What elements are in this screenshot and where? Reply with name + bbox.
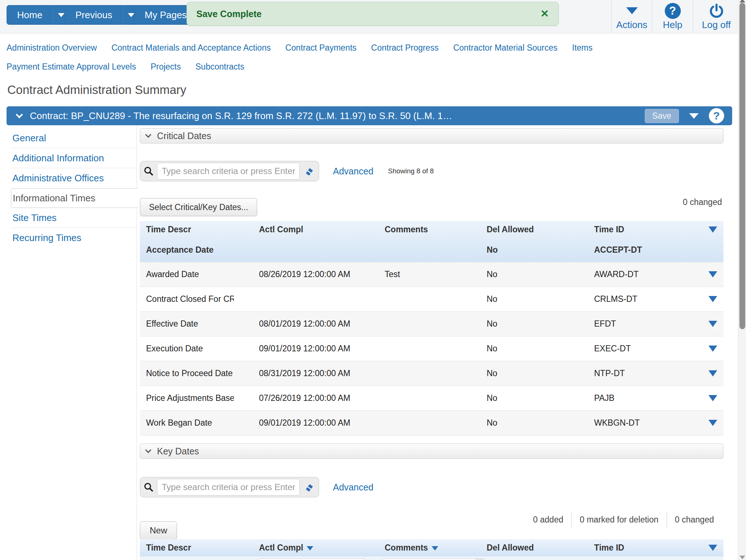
cell-time-id: EFDT <box>588 319 700 329</box>
sidebar-item-informational-times-selected[interactable]: Informational Times <box>11 188 138 208</box>
cell-actl-compl: 07/26/2019 12:00:00 AM <box>253 393 378 403</box>
eraser-icon[interactable] <box>300 166 319 176</box>
chevron-down-icon <box>145 132 152 138</box>
row-actions-icon[interactable] <box>708 271 717 277</box>
table-actions-icon[interactable] <box>708 226 717 233</box>
cell-actl-compl: 08/26/2019 12:00:00 AM <box>253 269 378 279</box>
actions-label: Actions <box>616 19 647 31</box>
col-comments[interactable]: Comments <box>378 543 480 553</box>
previous-button-group: Previous <box>65 5 140 25</box>
nav-link-contract-materials[interactable]: Contract Materials and Acceptance Action… <box>111 43 271 53</box>
col-time-id[interactable]: Time ID <box>588 543 700 553</box>
comments-textarea[interactable]: This contract <box>382 559 486 560</box>
table-row[interactable]: Notice to Proceed Date 08/31/2019 12:00:… <box>140 361 723 386</box>
help-icon: ? <box>665 3 681 19</box>
help-button[interactable]: ? Help <box>652 0 693 33</box>
cell-actl-compl: 08/01/2019 12:00:00 AM <box>253 319 378 329</box>
table-row-editing[interactable]: Contract Materials Rcvd This <box>140 556 723 560</box>
row-actions-icon[interactable] <box>708 296 717 302</box>
nav-link-contract-payments[interactable]: Contract Payments <box>285 43 357 53</box>
close-icon[interactable]: ✕ <box>541 9 549 19</box>
showing-count: Showing 8 of 8 <box>388 167 434 175</box>
cell-time-id: PAJB <box>588 393 700 403</box>
row-actions-icon[interactable] <box>708 395 717 401</box>
col-time-descr[interactable]: Time Descr <box>140 225 253 234</box>
chevron-down-icon <box>626 7 638 14</box>
table-row[interactable]: Contract Closed For CRLMS No CRLMS-DT <box>140 287 723 312</box>
cell-time-descr: Price Adjustments Base Date <box>140 393 234 403</box>
eraser-icon[interactable] <box>300 482 319 492</box>
chevron-down-icon <box>16 111 23 118</box>
search-box <box>140 477 319 497</box>
search-input[interactable] <box>157 163 300 180</box>
key-dates-title: Key Dates <box>157 446 199 457</box>
date-field <box>256 559 366 560</box>
col-time-id[interactable]: Time ID <box>588 225 700 234</box>
select-critical-key-dates-button[interactable]: Select Critical/Key Dates... <box>140 198 257 216</box>
added-count: 0 added <box>525 512 571 528</box>
save-button[interactable]: Save <box>645 109 679 123</box>
sidebar-item-general[interactable]: General <box>11 128 137 148</box>
sort-icon <box>307 546 313 551</box>
row-actions-icon[interactable] <box>708 370 717 376</box>
help-icon[interactable]: ? <box>709 108 724 123</box>
scroll-up-icon[interactable] <box>739 0 745 3</box>
table-header-row: Time Descr Actl Compl Comments Del Allow… <box>140 221 723 238</box>
actions-menu-button[interactable]: Actions <box>611 0 652 33</box>
table-row[interactable]: Effective Date 08/01/2019 12:00:00 AM No… <box>140 312 723 336</box>
col-actl-compl[interactable]: Actl Compl <box>253 225 378 234</box>
cell-time-descr: Contract Materials Rcvd <box>140 556 234 560</box>
scrollbar-thumb[interactable] <box>739 3 745 329</box>
previous-button[interactable]: Previous <box>65 5 123 25</box>
nav-row-1: Administration Overview Contract Materia… <box>7 43 593 53</box>
cell-time-id: NTP-DT <box>588 368 700 378</box>
table-row-selected[interactable]: Acceptance Date No ACCEPT-DT <box>140 238 723 262</box>
sidebar-item-administrative-offices[interactable]: Administrative Offices <box>11 168 137 188</box>
col-actl-compl[interactable]: Actl Compl <box>253 543 378 553</box>
col-del-allowed[interactable]: Del Allowed <box>480 543 588 553</box>
advanced-search-link[interactable]: Advanced <box>333 482 373 493</box>
search-input[interactable] <box>157 479 300 496</box>
nav-row-2: Payment Estimate Approval Levels Project… <box>7 62 244 72</box>
cell-comments: Test <box>378 269 480 279</box>
col-comments[interactable]: Comments <box>378 225 480 234</box>
vertical-scrollbar[interactable] <box>738 0 746 560</box>
row-actions-icon[interactable] <box>708 420 717 426</box>
contract-header-bar[interactable]: Contract: BP_CNU289 - The resurfacing on… <box>7 106 732 125</box>
nav-link-contract-progress[interactable]: Contract Progress <box>371 43 439 53</box>
nav-link-subcontracts[interactable]: Subcontracts <box>196 62 244 72</box>
advanced-search-link[interactable]: Advanced <box>333 166 373 177</box>
table-row[interactable]: Work Began Date 09/01/2019 12:00:00 AM N… <box>140 411 723 435</box>
home-button[interactable]: Home <box>7 5 53 25</box>
table-header-row: Time Descr Actl Compl Comments Del Allow… <box>140 539 723 556</box>
logoff-button[interactable]: Log off <box>693 0 739 33</box>
key-dates-section-header[interactable]: Key Dates <box>140 443 723 459</box>
critical-dates-section-header[interactable]: Critical Dates <box>140 128 723 143</box>
col-del-allowed[interactable]: Del Allowed <box>480 225 588 234</box>
scroll-down-icon[interactable] <box>739 556 745 559</box>
nav-link-payment-estimate-approval-levels[interactable]: Payment Estimate Approval Levels <box>7 62 136 72</box>
sidebar-item-additional-information[interactable]: Additional Information <box>11 148 137 168</box>
search-icon <box>140 166 157 177</box>
table-row[interactable]: Execution Date 09/01/2019 12:00:00 AM No… <box>140 336 723 361</box>
nav-link-projects[interactable]: Projects <box>150 62 181 72</box>
sidebar-item-site-times[interactable]: Site Times <box>11 208 137 228</box>
row-actions-icon[interactable] <box>708 321 717 327</box>
nav-link-administration-overview[interactable]: Administration Overview <box>7 43 97 53</box>
table-row[interactable]: Awarded Date 08/26/2019 12:00:00 AM Test… <box>140 262 723 287</box>
nav-link-items[interactable]: Items <box>572 43 593 53</box>
table-header-block: Time Descr Actl Compl Comments Del Allow… <box>140 221 723 262</box>
cell-time-descr: Acceptance Date <box>140 245 234 255</box>
critical-dates-search-row: Advanced Showing 8 of 8 <box>140 161 434 181</box>
sidebar-item-recurring-times[interactable]: Recurring Times <box>11 228 137 248</box>
toast-message: Save Complete <box>196 9 262 19</box>
new-button[interactable]: New <box>140 521 177 540</box>
nav-link-contractor-material-sources[interactable]: Contractor Material Sources <box>453 43 557 53</box>
row-actions-icon[interactable] <box>708 346 717 352</box>
table-row[interactable]: Price Adjustments Base Date 07/26/2019 1… <box>140 386 723 411</box>
sidebar: General Additional Information Administr… <box>11 128 137 248</box>
table-actions-icon[interactable] <box>708 545 717 551</box>
top-toolbar: Home Previous My Pages Save Complete ✕ A… <box>0 0 738 33</box>
chevron-down-icon[interactable] <box>689 113 699 119</box>
col-time-descr[interactable]: Time Descr <box>140 543 253 553</box>
